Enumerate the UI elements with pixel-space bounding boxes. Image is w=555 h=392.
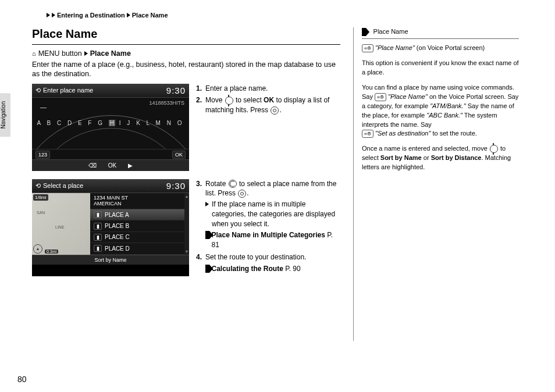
menu-path: ⌂ MENU button Place Name xyxy=(32,49,340,58)
voice-icon: «ꔮ xyxy=(362,130,373,138)
chevron-right-icon xyxy=(47,13,50,17)
side-paragraph: This option is convenient if you know th… xyxy=(362,59,519,77)
clock: 9:30 xyxy=(166,181,186,191)
side-heading: Place Name xyxy=(362,27,519,39)
move-dial-icon xyxy=(490,145,498,153)
xref-icon xyxy=(362,28,366,36)
push-dial-icon xyxy=(271,106,279,115)
breadcrumb: Entering a Destination Place Name xyxy=(47,12,526,19)
text-entry-cursor: — xyxy=(40,104,47,111)
page-number: 80 xyxy=(17,375,27,384)
cross-reference: Place Name in Multiple Categories P. 81 xyxy=(205,230,340,250)
arrow-right-icon xyxy=(84,51,88,56)
side-paragraph: You can find a place by name using voice… xyxy=(362,83,519,139)
screen-title: Enter place name xyxy=(43,87,93,94)
back-icon: ⟲ xyxy=(35,87,41,94)
push-dial-icon xyxy=(238,190,246,198)
nav-screen-select-place: ⟲ Select a place 9:30 1/8mi SAN LINE ▲ 0… xyxy=(32,179,189,276)
poi-icon: ▮ xyxy=(94,245,102,252)
section-tab: Navigation xyxy=(0,93,10,137)
menu-target: Place Name xyxy=(90,49,131,58)
place-list: ▮PLACE A ▮PLACE B ▮PLACE C ▮PLACE D xyxy=(90,209,184,254)
list-item: ▮PLACE B xyxy=(90,220,184,231)
compass-icon: ▲ xyxy=(33,244,42,254)
menu-button-label: MENU button xyxy=(38,49,82,58)
distance-badge: 1/8mi xyxy=(33,194,48,201)
voice-icon: «ꔮ xyxy=(375,93,386,101)
keyboard-mode-button: 123 xyxy=(35,151,50,159)
chevron-right-icon xyxy=(127,13,130,17)
map-scale: 0.3mi xyxy=(45,250,58,254)
selected-letter: H xyxy=(109,120,115,126)
hit-count: 14188533HITS xyxy=(149,100,184,106)
character-wheel: A B C D E F G H I J K L M N O xyxy=(32,120,189,126)
step-3: 3. Rotate to select a place name from th… xyxy=(196,179,340,251)
footer-ok: OK xyxy=(108,162,116,169)
step-4: 4. Set the route to your destination. Ca… xyxy=(196,252,340,274)
page-title: Place Name xyxy=(32,27,340,41)
clock: 9:30 xyxy=(166,85,186,95)
poi-icon: ▮ xyxy=(94,223,102,230)
voice-command-line: «ꔮ "Place Name" (on Voice Portal screen) xyxy=(362,44,519,53)
breadcrumb-item: Place Name xyxy=(132,12,168,19)
step-2: 2. Move to select OK to display a list o… xyxy=(196,95,340,115)
list-item: ▮PLACE D xyxy=(90,243,184,254)
step-1: 1. Enter a place name. xyxy=(196,84,340,94)
back-icon: ⟲ xyxy=(35,182,41,190)
xref-icon xyxy=(205,231,209,239)
cross-reference: Calculating the Route P. 90 xyxy=(205,264,340,274)
footer-delete: ⌫ xyxy=(88,162,97,169)
footer-next: ▶ xyxy=(128,162,133,169)
sub-arrow-icon xyxy=(205,202,209,206)
ok-button: OK xyxy=(172,151,186,159)
voice-icon: «ꔮ xyxy=(362,44,373,52)
list-item: ▮PLACE C xyxy=(90,232,184,243)
breadcrumb-item: Entering a Destination xyxy=(57,12,125,19)
mini-map: 1/8mi SAN LINE ▲ 0.3mi xyxy=(32,193,90,255)
move-dial-icon xyxy=(225,97,233,105)
chevron-right-icon xyxy=(52,13,55,17)
address-header: 1234 MAIN ST AMERICAN xyxy=(90,193,184,210)
intro-text: Enter the name of a place (e.g., busines… xyxy=(32,60,340,79)
sort-button: Sort by Name xyxy=(94,257,126,263)
poi-icon: ▮ xyxy=(94,234,102,241)
list-item: ▮PLACE A xyxy=(90,209,184,220)
xref-icon xyxy=(205,265,209,273)
poi-icon: ▮ xyxy=(94,211,102,218)
screen-title: Select a place xyxy=(43,182,83,189)
scrollbar: ▲▼ xyxy=(184,193,189,255)
menu-button-icon: ⌂ xyxy=(32,50,36,57)
rotate-dial-icon xyxy=(229,180,237,188)
nav-screen-enter-name: ⟲ Enter place name 9:30 14188533HITS — A… xyxy=(32,84,189,171)
side-paragraph: Once a name is entered and selected, mov… xyxy=(362,144,519,172)
